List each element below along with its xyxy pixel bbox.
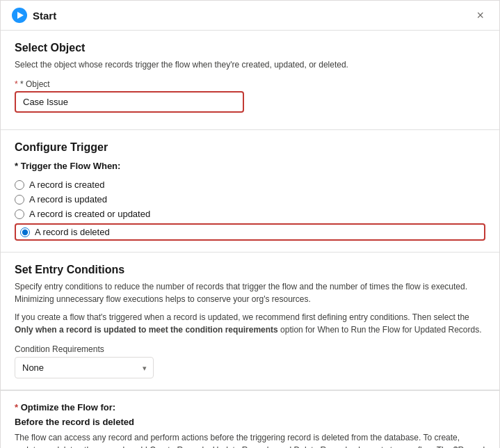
object-field-label: * * Object (15, 79, 485, 89)
condition-select-wrapper: None All Conditions Are Met Any Conditio… (15, 357, 154, 378)
radio-created[interactable] (15, 180, 24, 190)
radio-deleted-label: A record is deleted (35, 227, 110, 237)
entry-conditions-desc2: If you create a flow that's triggered wh… (15, 311, 485, 336)
optimize-desc: The flow can access any record and perfo… (15, 431, 485, 448)
entry-conditions-title: Set Entry Conditions (15, 264, 485, 276)
radio-group: * Trigger the Flow When: A record is cre… (15, 161, 485, 241)
optimize-required-mark: * (15, 402, 21, 413)
select-object-section: Select Object Select the object whose re… (1, 31, 499, 130)
radio-option-updated[interactable]: A record is updated (15, 194, 485, 205)
object-required-mark: * (15, 79, 20, 89)
modal-container: Start × Select Object Select the object … (0, 0, 500, 448)
desc2-after: option for When to Run the Flow for Upda… (278, 325, 482, 335)
modal-body: Select Object Select the object whose re… (1, 31, 499, 448)
select-object-desc: Select the object whose records trigger … (15, 58, 485, 71)
close-button[interactable]: × (472, 8, 488, 23)
object-label-text: * Object (20, 79, 50, 89)
configure-trigger-section: Configure Trigger * Trigger the Flow Whe… (1, 130, 499, 253)
radio-option-deleted[interactable]: A record is deleted (15, 223, 485, 241)
radio-deleted[interactable] (20, 227, 30, 237)
header-left: Start (12, 8, 56, 23)
trigger-flow-label: * Trigger the Flow When: (15, 161, 485, 171)
radio-option-created-or-updated[interactable]: A record is created or updated (15, 209, 485, 219)
modal-title: Start (33, 10, 56, 22)
radio-updated[interactable] (15, 195, 24, 205)
radio-updated-label: A record is updated (29, 194, 107, 205)
desc2-before: If you create a flow that's triggered wh… (15, 312, 469, 322)
configure-trigger-title: Configure Trigger (15, 141, 485, 154)
set-entry-conditions-section: Set Entry Conditions Specify entry condi… (1, 253, 499, 390)
modal-header: Start × (1, 1, 499, 31)
radio-created-or-updated-label: A record is created or updated (29, 209, 150, 219)
optimize-section: * Optimize the Flow for: Before the reco… (1, 391, 499, 448)
radio-created-or-updated[interactable] (15, 209, 24, 219)
optimize-label: * Optimize the Flow for: (15, 402, 485, 413)
optimize-label-text: Optimize the Flow for: (21, 402, 116, 413)
desc2-bold: Only when a record is updated to meet th… (15, 325, 278, 335)
entry-conditions-desc1: Specify entry conditions to reduce the n… (15, 280, 485, 305)
condition-requirements-select[interactable]: None All Conditions Are Met Any Conditio… (15, 357, 154, 378)
object-field-group: * * Object (15, 79, 485, 113)
play-icon (12, 8, 27, 23)
object-input[interactable] (15, 91, 244, 113)
radio-option-created[interactable]: A record is created (15, 179, 485, 190)
select-object-title: Select Object (15, 42, 485, 54)
optimize-subtitle: Before the record is deleted (15, 417, 485, 427)
condition-requirements-label: Condition Requirements (15, 344, 485, 354)
radio-created-label: A record is created (29, 179, 104, 190)
